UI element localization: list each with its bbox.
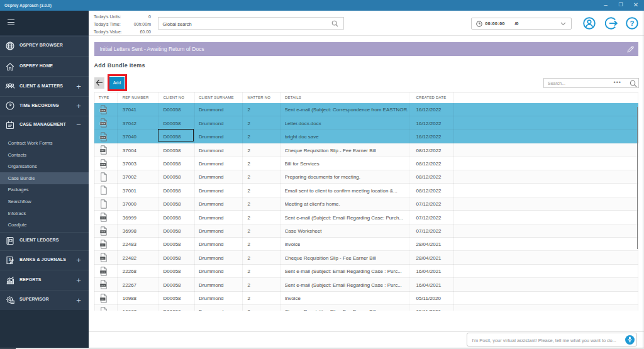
svg-text:$: $: [9, 257, 11, 262]
svg-text:?: ?: [630, 19, 634, 27]
